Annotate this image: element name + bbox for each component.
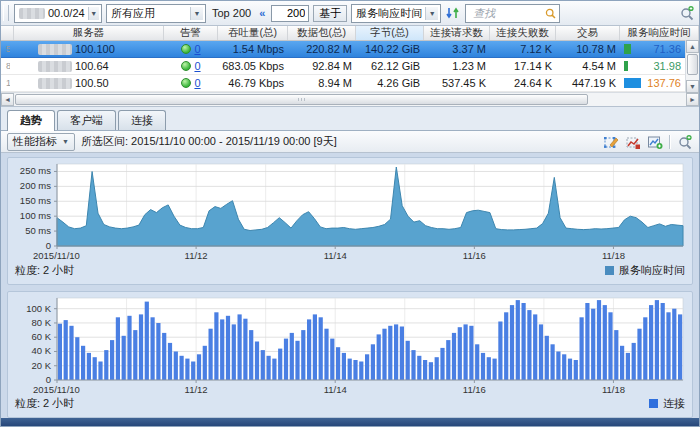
table-row[interactable]: 1100.50046.79 Kbps8.94 M4.26 GiB537.45 K… <box>1 75 699 92</box>
conn_requests-cell: 3.37 M <box>424 41 490 57</box>
svg-text:100 K: 100 K <box>26 302 51 313</box>
svg-text:2015/11/10: 2015/11/10 <box>33 250 80 261</box>
select-region-icon[interactable] <box>603 134 619 150</box>
svg-text:60 K: 60 K <box>31 331 51 342</box>
table-row[interactable]: 8100.640683.05 Kbps92.84 M62.12 GiB1.23 … <box>1 58 699 75</box>
transactions-cell: 10.78 M <box>556 41 620 57</box>
table-body: 5100.10001.54 Mbps220.82 M140.22 GiB3.37… <box>1 41 699 92</box>
collapse-link[interactable]: « <box>257 7 267 19</box>
column-header-连接请求数[interactable]: 连接请求数 <box>424 26 490 40</box>
horizontal-scrollbar[interactable]: ◄ ► <box>1 92 699 106</box>
response-time-bar <box>624 44 631 54</box>
conn_failures-cell: 24.64 K <box>490 75 556 91</box>
row-index: 5 <box>1 41 14 57</box>
svg-text:2015/11/10: 2015/11/10 <box>33 384 80 395</box>
tab-趋势[interactable]: 趋势 <box>7 110 55 131</box>
column-header-index[interactable] <box>1 26 14 40</box>
top-count-input[interactable] <box>271 5 309 22</box>
svg-text:80 K: 80 K <box>31 316 51 327</box>
export-chart-icon[interactable] <box>647 134 663 150</box>
vertical-scrollbar[interactable]: ▲ ▼ <box>685 40 699 93</box>
application-select-value: 所有应用 <box>111 6 187 21</box>
alarm-count-link[interactable]: 0 <box>194 77 200 89</box>
svg-text:11/16: 11/16 <box>463 384 486 395</box>
svg-text:40 K: 40 K <box>31 345 51 356</box>
connections-chart[interactable]: 100 K80 K60 K40 K20 K02015/11/1011/1211/… <box>13 296 691 396</box>
column-header-告警[interactable]: 告警 <box>164 26 218 40</box>
application-select[interactable]: 所有应用 ▼ <box>106 4 206 23</box>
svg-text:11/18: 11/18 <box>602 384 625 395</box>
advanced-search-icon[interactable] <box>679 5 695 21</box>
based-on-button[interactable]: 基于 <box>313 5 347 22</box>
search-box <box>465 4 560 23</box>
toolbar-grip[interactable] <box>3 5 9 21</box>
svg-text:100 ms: 100 ms <box>20 210 51 221</box>
server-cell: 100.100 <box>14 41 164 57</box>
svg-text:11/16: 11/16 <box>463 250 486 261</box>
column-header-连接失败数[interactable]: 连接失败数 <box>490 26 556 40</box>
chevron-down-icon: ▼ <box>62 138 69 145</box>
app-window: 00.0/24 ▼ 所有应用 ▼ Top 200 « 基于 服务响应时间 ▼ <box>0 0 700 427</box>
network-select-value: 00.0/24 <box>48 7 85 19</box>
response-time-bar <box>624 78 641 88</box>
alarm-status-icon <box>181 61 191 71</box>
top-n-label: Top 200 <box>210 7 253 19</box>
search-input[interactable] <box>471 6 544 20</box>
column-header-交易[interactable]: 交易 <box>556 26 620 40</box>
packets-cell: 220.82 M <box>288 41 356 57</box>
chevron-down-icon: ▼ <box>88 7 99 20</box>
metric-category-label: 性能指标 <box>13 134 57 149</box>
table-row[interactable]: 5100.10001.54 Mbps220.82 M140.22 GiB3.37… <box>1 41 699 58</box>
metric-select[interactable]: 服务响应时间 ▼ <box>351 4 441 23</box>
scroll-up-arrow[interactable]: ▲ <box>686 40 699 53</box>
transactions-cell: 447.19 K <box>556 75 620 91</box>
scroll-down-arrow[interactable]: ▼ <box>686 80 699 93</box>
column-header-服务响应时间[interactable]: 服务响应时间 <box>620 26 699 40</box>
svg-text:200 ms: 200 ms <box>20 180 51 191</box>
network-select[interactable]: 00.0/24 ▼ <box>14 4 102 23</box>
row-index: 1 <box>1 75 14 91</box>
column-header-吞吐量(总)[interactable]: 吞吐量(总) <box>218 26 288 40</box>
zoom-region-icon[interactable] <box>625 134 641 150</box>
scroll-left-arrow[interactable]: ◄ <box>1 93 14 106</box>
svg-text:11/12: 11/12 <box>185 384 208 395</box>
toolbar-separator <box>669 135 671 149</box>
alarm-cell: 0 <box>164 58 218 74</box>
connections-chart-panel: 100 K80 K60 K40 K20 K02015/11/1011/1211/… <box>7 291 693 419</box>
chart-legend: 连接 <box>649 396 685 411</box>
sort-icon[interactable] <box>445 5 461 21</box>
tab-客户端[interactable]: 客户端 <box>57 110 116 130</box>
granularity-label: 粒度: 2 小时 <box>15 396 74 411</box>
tab-连接[interactable]: 连接 <box>118 110 166 130</box>
conn_failures-cell: 7.12 K <box>490 41 556 57</box>
scroll-right-arrow[interactable]: ► <box>686 93 699 106</box>
response-time-chart[interactable]: 250 ms200 ms150 ms100 ms50 ms02015/11/10… <box>13 162 691 262</box>
bytes-cell: 140.22 GiB <box>356 41 424 57</box>
detail-tabstrip: 趋势客户端连接 <box>1 107 699 131</box>
metric-category-button[interactable]: 性能指标 ▼ <box>7 133 75 151</box>
server-cell: 100.50 <box>14 75 164 91</box>
legend-label: 服务响应时间 <box>619 263 685 278</box>
chart-legend: 服务响应时间 <box>605 263 685 278</box>
svg-text:20 K: 20 K <box>31 359 51 370</box>
alarm-count-link[interactable]: 0 <box>194 60 200 72</box>
hscroll-thumb[interactable] <box>15 94 588 105</box>
throughput-cell: 1.54 Mbps <box>218 41 288 57</box>
chevron-down-icon: ▼ <box>190 7 203 20</box>
vscroll-thumb[interactable] <box>687 54 698 75</box>
search-icon[interactable] <box>544 7 557 20</box>
column-header-字节(总)[interactable]: 字节(总) <box>356 26 424 40</box>
svg-text:11/18: 11/18 <box>602 250 625 261</box>
bytes-cell: 62.12 GiB <box>356 58 424 74</box>
trend-toolbar: 性能指标 ▼ 所选区间: 2015/11/10 00:00 - 2015/11/… <box>1 131 699 153</box>
alarm-status-icon <box>181 44 191 54</box>
column-header-数据包(总)[interactable]: 数据包(总) <box>288 26 356 40</box>
conn_requests-cell: 537.45 K <box>424 75 490 91</box>
granularity-label: 粒度: 2 小时 <box>15 263 74 278</box>
redacted-ip-prefix <box>19 8 45 19</box>
throughput-cell: 46.79 Kbps <box>218 75 288 91</box>
chart-search-icon[interactable] <box>677 134 693 150</box>
alarm-count-link[interactable]: 0 <box>194 43 200 55</box>
column-header-服务器[interactable]: 服务器 <box>14 26 164 40</box>
chevron-down-icon: ▼ <box>425 7 438 20</box>
